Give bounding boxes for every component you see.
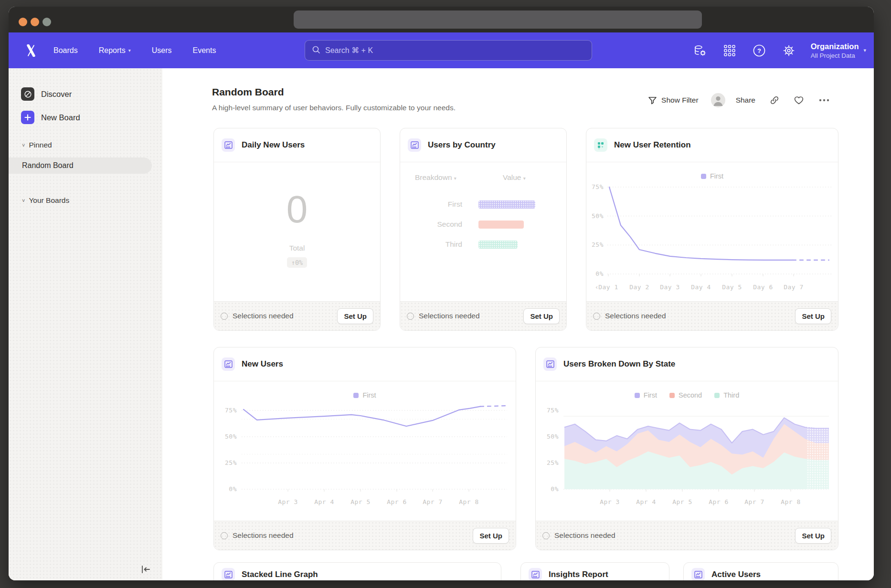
window-zoom-button[interactable]: [42, 18, 51, 26]
y-axis-label: 0%: [218, 485, 237, 493]
status-text: Selections needed: [233, 531, 294, 540]
window-minimize-button[interactable]: [31, 18, 39, 26]
retention-chart: First 75%50%25%0%‹Day 1Day 2Day 3Day 4Da…: [586, 163, 838, 301]
sidebar-new-board-label: New Board: [41, 113, 80, 122]
chevron-down-icon: ˅: [22, 198, 25, 203]
search-icon: [312, 45, 320, 56]
data-management-icon[interactable]: [692, 43, 708, 58]
card-title: Users by Country: [428, 140, 496, 150]
svg-text:?: ?: [757, 47, 761, 54]
nav-item-boards[interactable]: Boards: [53, 46, 78, 55]
legend-swatch: [635, 393, 640, 398]
setup-button[interactable]: Set Up: [337, 308, 373, 324]
nav-item-users[interactable]: Users: [152, 46, 172, 55]
page-description: A high-level summary of user behaviors. …: [212, 104, 456, 112]
sidebar-item-new-board[interactable]: New Board: [21, 111, 80, 124]
nav-item-reports[interactable]: Reports▾: [99, 46, 131, 55]
card-insights-report: Insights Report: [520, 562, 669, 580]
state-svg: [563, 398, 829, 500]
y-axis-label: 75%: [218, 407, 237, 414]
card-daily-new-users: Daily New Users 0 Total ↑0% Selections n…: [213, 128, 381, 331]
chevron-down-icon: ˅: [22, 142, 25, 148]
status-text: Selections needed: [605, 312, 666, 320]
help-icon[interactable]: ?: [752, 43, 767, 58]
setup-button[interactable]: Set Up: [523, 308, 560, 324]
card-title: Insights Report: [549, 570, 608, 579]
sidebar-section-your-boards[interactable]: ˅ Your Boards: [22, 196, 69, 205]
sidebar-item-random-board[interactable]: Random Board: [9, 158, 152, 174]
new-users-chart: First 75%50%25%0%Apr 3Apr 4Apr 5Apr 6Apr…: [214, 382, 516, 521]
card-new-users: New Users First 75%50%25%0%Apr 3Apr 4Apr…: [213, 347, 516, 550]
x-axis-label: Apr 8: [447, 498, 490, 505]
navbar-right: ? Organization All Project Data ▾: [692, 32, 866, 68]
bar-second: [478, 220, 524, 229]
setup-button[interactable]: Set Up: [473, 528, 509, 544]
status-circle-icon: [221, 313, 228, 320]
plus-icon: [21, 111, 34, 124]
show-filter-button[interactable]: Show Filter: [661, 96, 699, 105]
y-axis-label: 50%: [540, 433, 559, 440]
y-axis-label: 25%: [540, 459, 559, 466]
more-options-icon[interactable]: [818, 98, 830, 102]
browser-window: BoardsReports▾UsersEvents Search ⌘ + K: [9, 7, 874, 580]
avatar[interactable]: [711, 93, 725, 107]
sidebar-discover-label: Discover: [41, 90, 72, 99]
card-title: Active Users: [711, 570, 761, 579]
link-icon[interactable]: [770, 95, 779, 105]
card-stacked-line-graph: Stacked Line Graph: [213, 562, 501, 580]
metric-value: 0: [214, 188, 380, 231]
card-title: New Users: [242, 359, 283, 369]
settings-gear-icon[interactable]: [781, 43, 796, 58]
chevron-down-icon: ▾: [454, 176, 456, 181]
y-axis-label: 75%: [540, 407, 559, 414]
sidebar-section-pinned[interactable]: ˅ Pinned: [22, 141, 52, 149]
nav-item-label: Reports: [99, 46, 126, 55]
card-title: Users Broken Down By State: [563, 359, 675, 369]
bar-row: Second: [400, 220, 524, 229]
value-dropdown[interactable]: Value ▾: [503, 173, 526, 182]
bar-row: Third: [400, 240, 518, 249]
share-button[interactable]: Share: [736, 96, 755, 105]
top-navbar: BoardsReports▾UsersEvents Search ⌘ + K: [9, 32, 874, 68]
random-board-label: Random Board: [22, 161, 74, 170]
window-close-button[interactable]: [19, 18, 27, 26]
apps-grid-icon[interactable]: [722, 43, 737, 58]
card-grid: Daily New Users 0 Total ↑0% Selections n…: [213, 128, 838, 580]
search-input[interactable]: Search ⌘ + K: [305, 40, 592, 61]
breakdown-dropdown[interactable]: Breakdown ▾: [415, 173, 456, 182]
favorite-heart-icon[interactable]: [794, 95, 804, 105]
legend-swatch: [669, 393, 675, 398]
retention-svg: [607, 176, 832, 284]
chevron-down-icon: ▾: [523, 176, 526, 181]
setup-button[interactable]: Set Up: [795, 528, 831, 544]
org-switcher[interactable]: Organization All Project Data ▾: [811, 42, 866, 59]
board-actions: Show Filter Share: [648, 93, 830, 107]
nav-item-events[interactable]: Events: [193, 46, 216, 55]
window-titlebar: [9, 7, 874, 32]
status-circle-icon: [407, 313, 414, 320]
sidebar-collapse-button[interactable]: [140, 565, 151, 576]
sidebar-item-discover[interactable]: Discover: [21, 87, 72, 101]
card-users-by-state: Users Broken Down By State FirstSecondTh…: [535, 347, 838, 550]
status-text: Selections needed: [554, 531, 615, 540]
mixpanel-logo-icon[interactable]: [26, 44, 36, 57]
nav-items: BoardsReports▾UsersEvents: [53, 46, 216, 55]
board-content: Random Board A high-level summary of use…: [162, 68, 874, 580]
org-name: Organization: [811, 42, 859, 51]
setup-button[interactable]: Set Up: [795, 308, 831, 324]
line-chart-icon: [691, 568, 705, 580]
your-boards-section-label: Your Boards: [29, 196, 69, 205]
pinned-section-label: Pinned: [29, 141, 52, 149]
x-axis-label: Day 7: [772, 284, 815, 291]
state-area-chart: FirstSecondThird 75%50%25%0%Apr 3Apr 4Ap…: [536, 382, 838, 521]
filter-icon[interactable]: [648, 96, 657, 105]
x-axis-label: Apr 8: [769, 498, 812, 505]
org-project: All Project Data: [811, 52, 859, 59]
metric-label: Total: [214, 244, 380, 252]
status-circle-icon: [221, 532, 228, 539]
address-bar[interactable]: [294, 10, 702, 29]
y-axis-label: 25%: [218, 459, 237, 466]
line-chart-icon: [222, 357, 235, 371]
nav-item-label: Users: [152, 46, 172, 55]
line-chart-icon: [543, 357, 557, 371]
